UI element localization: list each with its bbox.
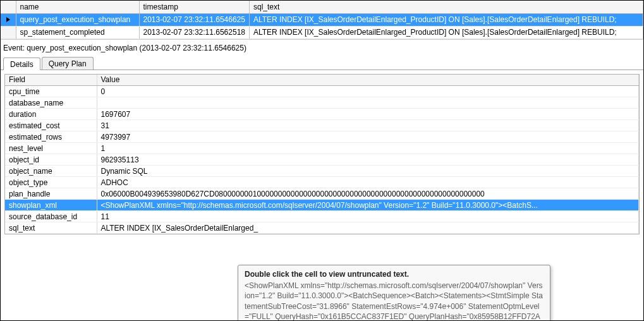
details-field[interactable]: showplan_xml bbox=[5, 200, 97, 211]
details-grid-header: Field Value bbox=[5, 75, 639, 86]
details-row[interactable]: object_nameDynamic SQL bbox=[5, 166, 639, 177]
tooltip: Double click the cell to view untruncate… bbox=[238, 265, 550, 321]
details-row[interactable]: nest_level1 bbox=[5, 143, 639, 154]
details-row[interactable]: duration1697607 bbox=[5, 109, 639, 120]
col-header-field[interactable]: Field bbox=[5, 75, 97, 86]
details-field[interactable]: duration bbox=[5, 109, 97, 120]
cell-sqltext[interactable]: ALTER INDEX [IX_SalesOrderDetailEnlarged… bbox=[249, 13, 643, 26]
details-value[interactable]: ADHOC bbox=[97, 177, 639, 188]
details-field[interactable]: sql_text bbox=[5, 222, 97, 234]
tab-details[interactable]: Details bbox=[3, 58, 40, 70]
details-value[interactable]: 11 bbox=[97, 211, 639, 222]
details-field[interactable]: object_name bbox=[5, 166, 97, 177]
details-value[interactable]: Dynamic SQL bbox=[97, 166, 639, 177]
col-header-value[interactable]: Value bbox=[97, 75, 639, 86]
col-header-timestamp[interactable]: timestamp bbox=[139, 1, 249, 13]
details-field[interactable]: object_id bbox=[5, 154, 97, 166]
details-row[interactable]: database_name bbox=[5, 97, 639, 109]
event-row[interactable]: sp_statement_completed 2013-02-07 23:32:… bbox=[1, 26, 643, 39]
details-field[interactable]: cpu_time bbox=[5, 86, 97, 97]
details-row[interactable]: showplan_xml<ShowPlanXML xmlns="http://s… bbox=[5, 200, 639, 211]
event-summary-label: Event: query_post_execution_showplan (20… bbox=[1, 39, 643, 56]
details-field[interactable]: database_name bbox=[5, 97, 97, 109]
tabs: Details Query Plan bbox=[1, 56, 643, 70]
details-value[interactable] bbox=[97, 97, 639, 109]
cell-name[interactable]: query_post_execution_showplan bbox=[16, 13, 139, 26]
details-row[interactable]: sql_textALTER INDEX [IX_SalesOrderDetail… bbox=[5, 222, 639, 234]
details-value[interactable]: 1 bbox=[97, 143, 639, 154]
details-row[interactable]: source_database_id11 bbox=[5, 211, 639, 222]
details-row[interactable]: plan_handle0x06000B004939653980D627CD080… bbox=[5, 188, 639, 200]
details-field[interactable]: object_type bbox=[5, 177, 97, 188]
events-grid[interactable]: name timestamp sql_text query_post_execu… bbox=[1, 1, 643, 39]
svg-marker-0 bbox=[6, 17, 10, 22]
tooltip-text-pre: <ShowPlanXML xmlns="http://schemas.micro… bbox=[245, 281, 543, 321]
details-row[interactable]: object_typeADHOC bbox=[5, 177, 639, 188]
details-value[interactable]: 0x06000B004939653980D627CD08000000010000… bbox=[97, 188, 639, 200]
details-field[interactable]: plan_handle bbox=[5, 188, 97, 200]
cell-timestamp[interactable]: 2013-02-07 23:32:11.6546625 bbox=[139, 13, 249, 26]
details-row[interactable]: estimated_rows4973997 bbox=[5, 131, 639, 143]
cell-timestamp[interactable]: 2013-02-07 23:32:11.6562518 bbox=[139, 26, 249, 39]
details-field[interactable]: estimated_cost bbox=[5, 120, 97, 131]
details-value[interactable]: <ShowPlanXML xmlns="http://schemas.micro… bbox=[97, 200, 639, 211]
details-panel: Field Value cpu_time0database_namedurati… bbox=[4, 74, 640, 235]
event-row[interactable]: query_post_execution_showplan 2013-02-07… bbox=[1, 13, 643, 26]
details-value[interactable]: 4973997 bbox=[97, 131, 639, 143]
details-value[interactable]: 1697607 bbox=[97, 109, 639, 120]
events-grid-header: name timestamp sql_text bbox=[1, 1, 643, 13]
details-grid[interactable]: Field Value cpu_time0database_namedurati… bbox=[5, 75, 639, 234]
col-header-name[interactable]: name bbox=[16, 1, 139, 13]
details-row[interactable]: cpu_time0 bbox=[5, 86, 639, 97]
row-gutter-header bbox=[1, 1, 16, 13]
details-field[interactable]: source_database_id bbox=[5, 211, 97, 222]
details-value[interactable]: 962935113 bbox=[97, 154, 639, 166]
cell-sqltext[interactable]: ALTER INDEX [IX_SalesOrderDetailEnlarged… bbox=[249, 26, 643, 39]
details-row[interactable]: estimated_cost31 bbox=[5, 120, 639, 131]
row-selector-icon[interactable] bbox=[1, 13, 16, 26]
details-field[interactable]: nest_level bbox=[5, 143, 97, 154]
details-row[interactable]: object_id962935113 bbox=[5, 154, 639, 166]
details-field[interactable]: estimated_rows bbox=[5, 131, 97, 143]
tab-query-plan[interactable]: Query Plan bbox=[42, 57, 94, 70]
details-value[interactable]: 0 bbox=[97, 86, 639, 97]
tooltip-title: Double click the cell to view untruncate… bbox=[245, 269, 544, 279]
details-value[interactable]: 31 bbox=[97, 120, 639, 131]
row-selector[interactable] bbox=[1, 26, 16, 39]
details-value[interactable]: ALTER INDEX [IX_SalesOrderDetailEnlarged… bbox=[97, 222, 639, 234]
col-header-sqltext[interactable]: sql_text bbox=[249, 1, 643, 13]
cell-name[interactable]: sp_statement_completed bbox=[16, 26, 139, 39]
